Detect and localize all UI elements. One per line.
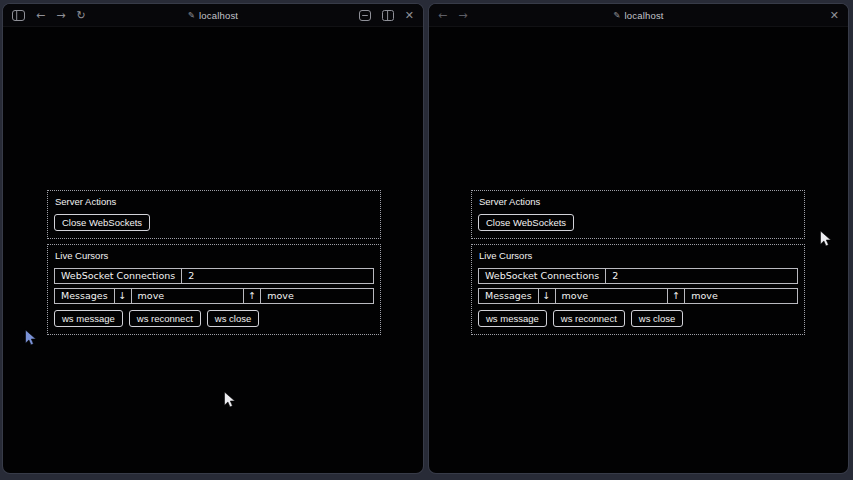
- close-websockets-button[interactable]: Close WebSockets: [478, 214, 574, 231]
- back-icon[interactable]: ←: [438, 10, 447, 21]
- live-cursors-title: Live Cursors: [55, 251, 374, 262]
- received-arrow-icon: ↑: [667, 288, 685, 304]
- ws-buttons-row: ws message ws reconnect ws close: [54, 310, 374, 327]
- live-cursors-panel: Live Cursors WebSocket Connections 2 Mes…: [47, 244, 381, 335]
- ws-close-button[interactable]: ws close: [631, 310, 683, 327]
- sidebar-toggle-icon[interactable]: [12, 10, 25, 21]
- sent-arrow-icon: ↓: [538, 288, 556, 304]
- ws-buttons-row: ws message ws reconnect ws close: [478, 310, 798, 327]
- live-cursors-panel: Live Cursors WebSocket Connections 2 Mes…: [471, 244, 805, 335]
- url-text: localhost: [199, 10, 238, 21]
- last-sent-message: move: [555, 288, 669, 304]
- websocket-debug-page: Server Actions Close WebSockets Live Cur…: [471, 190, 805, 335]
- last-sent-message: move: [131, 288, 245, 304]
- websocket-debug-page: Server Actions Close WebSockets Live Cur…: [47, 190, 381, 335]
- ws-reconnect-button[interactable]: ws reconnect: [129, 310, 201, 327]
- titlebar-right-controls: ✕: [359, 10, 414, 21]
- messages-row: Messages ↓ move ↑ move: [478, 288, 798, 304]
- page-viewport: Server Actions Close WebSockets Live Cur…: [429, 27, 848, 473]
- titlebar-right-controls: ✕: [830, 10, 839, 21]
- connections-row: WebSocket Connections 2: [54, 268, 374, 284]
- sent-arrow-icon: ↓: [114, 288, 132, 304]
- last-received-message: move: [684, 288, 798, 304]
- titlebar-left-controls: ← → ↻: [12, 10, 86, 21]
- connections-row: WebSocket Connections 2: [478, 268, 798, 284]
- server-actions-title: Server Actions: [55, 197, 374, 208]
- connections-count: 2: [181, 268, 374, 284]
- messages-label: Messages: [478, 288, 539, 304]
- connections-count: 2: [605, 268, 798, 284]
- ws-message-button[interactable]: ws message: [478, 310, 547, 327]
- titlebar-left-controls: ← →: [438, 10, 467, 21]
- ws-reconnect-button[interactable]: ws reconnect: [553, 310, 625, 327]
- forward-icon[interactable]: →: [458, 10, 467, 21]
- titlebar: ← → ↻ ✎ localhost ✕: [3, 4, 423, 27]
- received-arrow-icon: ↑: [243, 288, 261, 304]
- page-viewport: Server Actions Close WebSockets Live Cur…: [3, 27, 423, 473]
- forward-icon[interactable]: →: [56, 10, 65, 21]
- server-actions-panel: Server Actions Close WebSockets: [471, 190, 805, 239]
- close-window-icon[interactable]: ✕: [405, 10, 414, 21]
- address-display[interactable]: ✎ localhost: [613, 4, 663, 26]
- back-icon[interactable]: ←: [36, 10, 45, 21]
- reader-mode-icon[interactable]: [359, 10, 371, 21]
- titlebar: ← → ✎ localhost ✕: [429, 4, 848, 27]
- messages-label: Messages: [54, 288, 115, 304]
- browser-window-right: ← → ✎ localhost ✕ Server Actions Close W…: [429, 4, 848, 473]
- server-actions-title: Server Actions: [479, 197, 798, 208]
- connections-label: WebSocket Connections: [54, 268, 182, 284]
- server-actions-panel: Server Actions Close WebSockets: [47, 190, 381, 239]
- browser-window-left: ← → ↻ ✎ localhost ✕ Server Acti: [3, 4, 423, 473]
- split-view-icon[interactable]: [382, 10, 394, 21]
- ws-close-button[interactable]: ws close: [207, 310, 259, 327]
- ws-message-button[interactable]: ws message: [54, 310, 123, 327]
- reload-icon[interactable]: ↻: [76, 10, 85, 21]
- messages-row: Messages ↓ move ↑ move: [54, 288, 374, 304]
- url-text: localhost: [624, 10, 663, 21]
- live-cursors-title: Live Cursors: [479, 251, 798, 262]
- page-edit-icon: ✎: [613, 10, 620, 20]
- close-window-icon[interactable]: ✕: [830, 10, 839, 21]
- close-websockets-button[interactable]: Close WebSockets: [54, 214, 150, 231]
- connections-label: WebSocket Connections: [478, 268, 606, 284]
- desktop: ← → ↻ ✎ localhost ✕ Server Acti: [0, 0, 853, 480]
- last-received-message: move: [260, 288, 374, 304]
- page-edit-icon: ✎: [188, 10, 195, 20]
- address-display[interactable]: ✎ localhost: [188, 4, 238, 26]
